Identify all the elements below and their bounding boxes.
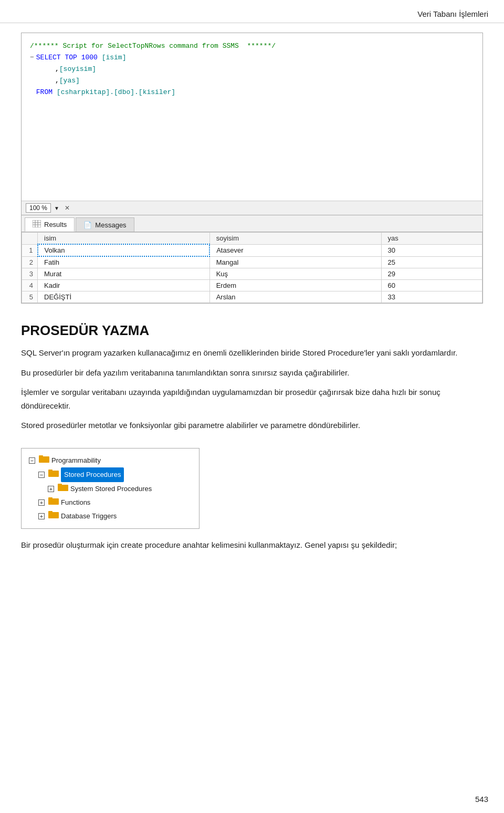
cell-soyisim-3: Kuş bbox=[209, 268, 381, 280]
tab-messages-label: Messages bbox=[95, 221, 126, 229]
folder-icon-functions bbox=[48, 496, 59, 509]
row-num-3: 3 bbox=[22, 268, 38, 280]
sql-table-ref: [csharpkitap].[dbo].[kisiler] bbox=[57, 87, 175, 98]
page-header: Veri Tabanı İşlemleri bbox=[0, 0, 504, 23]
tab-messages[interactable]: 📄 Messages bbox=[76, 217, 134, 232]
folder-system-sp bbox=[58, 482, 68, 496]
sql-line-4: , [yas] bbox=[30, 75, 474, 87]
folder-functions bbox=[48, 496, 59, 509]
tree-label-triggers: Database Triggers bbox=[61, 509, 117, 523]
cell-yas-1: 30 bbox=[381, 244, 482, 256]
sql-editor: /****** Script for SelectTopNRows comman… bbox=[21, 33, 483, 304]
cell-isim-1: Volkan bbox=[38, 244, 210, 256]
col-soyisim: soyisim bbox=[209, 233, 381, 245]
results-grid-icon bbox=[33, 220, 41, 229]
table-header-row: isim soyisim yas bbox=[22, 233, 482, 245]
tree-label-stored-procedures: Stored Procedures bbox=[61, 467, 124, 482]
page-title: Veri Tabanı İşlemleri bbox=[417, 9, 488, 18]
svg-rect-14 bbox=[48, 511, 52, 513]
sql-line-1: /****** Script for SelectTopNRows comman… bbox=[30, 40, 474, 52]
body-paragraph-5: Bir prosedür oluşturmak için create proc… bbox=[21, 538, 483, 552]
sql-line-3: , [soyisim] bbox=[30, 64, 474, 75]
tree-label-functions: Functions bbox=[61, 496, 90, 509]
col-rownum bbox=[22, 233, 38, 245]
tree-item-system-sp[interactable]: + System Stored Procedures bbox=[29, 482, 192, 496]
sql-comment: /****** Script for SelectTopNRows comman… bbox=[30, 40, 276, 52]
table-row: 1 Volkan Atasever 30 bbox=[22, 244, 482, 256]
svg-rect-6 bbox=[39, 455, 43, 457]
tab-results[interactable]: Results bbox=[25, 217, 75, 232]
table-row: 3 Murat Kuş 29 bbox=[22, 268, 482, 280]
zoom-close-icon: ✕ bbox=[65, 204, 70, 212]
tree-item-programmability[interactable]: − Programmability bbox=[29, 454, 192, 467]
row-num-1: 1 bbox=[22, 244, 38, 256]
cell-yas-2: 25 bbox=[381, 256, 482, 268]
tabs-bar: Results 📄 Messages bbox=[22, 215, 482, 232]
sql-field-isim: [isim] bbox=[102, 52, 127, 64]
cell-yas-5: 33 bbox=[381, 291, 482, 303]
body-paragraph-4: Stored prosedürler metotlar ve fonksiyon… bbox=[21, 419, 483, 432]
cell-soyisim-2: Mangal bbox=[209, 256, 381, 268]
cell-isim-2: Fatih bbox=[38, 256, 210, 268]
row-num-2: 2 bbox=[22, 256, 38, 268]
sql-code-area: /****** Script for SelectTopNRows comman… bbox=[22, 33, 482, 201]
folder-triggers bbox=[48, 509, 59, 523]
svg-rect-0 bbox=[33, 220, 41, 227]
expand-plus-icon-func[interactable]: + bbox=[38, 499, 45, 506]
cell-isim-4: Kadir bbox=[38, 280, 210, 291]
messages-doc-icon: 📄 bbox=[83, 221, 92, 229]
cell-yas-3: 29 bbox=[381, 268, 482, 280]
sql-keyword-select: SELECT TOP 1000 bbox=[36, 52, 102, 64]
folder-icon-programmability bbox=[39, 454, 49, 467]
cell-soyisim-1: Atasever bbox=[209, 244, 381, 256]
folder-programmability bbox=[39, 454, 49, 467]
row-num-4: 4 bbox=[22, 280, 38, 291]
body-paragraph-1: SQL Server'ın program yazarken kullanaca… bbox=[21, 346, 483, 360]
zoom-bar: 100 % ▼ ✕ bbox=[22, 201, 482, 215]
sql-line-5: − FROM [csharpkitap].[dbo].[kisiler] bbox=[30, 87, 474, 98]
main-content: /****** Script for SelectTopNRows comman… bbox=[0, 33, 504, 579]
results-table-container: isim soyisim yas 1 Volkan Atasever 30 2 … bbox=[22, 232, 482, 303]
folder-icon-ssp bbox=[58, 482, 68, 496]
sql-comma-2: , bbox=[55, 75, 59, 87]
cell-soyisim-5: Arslan bbox=[209, 291, 381, 303]
tree-item-functions[interactable]: + Functions bbox=[29, 496, 192, 509]
tree-label-programmability: Programmability bbox=[51, 454, 101, 467]
body-paragraph-2: Bu prosedürler bir defa yazılım veritaba… bbox=[21, 366, 483, 380]
folder-icon-sp bbox=[48, 468, 59, 482]
cell-isim-3: Murat bbox=[38, 268, 210, 280]
svg-rect-8 bbox=[48, 470, 52, 472]
svg-rect-10 bbox=[58, 484, 62, 486]
page-number: 543 bbox=[475, 795, 488, 804]
row-num-5: 5 bbox=[22, 291, 38, 303]
cell-yas-4: 60 bbox=[381, 280, 482, 291]
col-isim: isim bbox=[38, 233, 210, 245]
sql-line-2: − SELECT TOP 1000 [isim] bbox=[30, 52, 474, 64]
section-heading: PROSEDÜR YAZMA bbox=[21, 322, 483, 339]
page-footer: 543 bbox=[475, 795, 488, 804]
cell-soyisim-4: Erdem bbox=[209, 280, 381, 291]
tree-item-triggers[interactable]: + Database Triggers bbox=[29, 509, 192, 523]
expand-minus-icon[interactable]: − bbox=[29, 457, 35, 464]
expand-plus-icon-ssp[interactable]: + bbox=[48, 486, 54, 492]
tree-item-stored-procedures[interactable]: − Stored Procedures bbox=[29, 467, 192, 482]
col-yas: yas bbox=[381, 233, 482, 245]
tree-view: − Programmability − bbox=[21, 448, 200, 529]
zoom-arrow-icon: ▼ bbox=[54, 205, 59, 211]
sql-comma-1: , bbox=[55, 64, 59, 75]
tree-label-system-sp: System Stored Procedures bbox=[70, 482, 152, 496]
tab-results-label: Results bbox=[44, 221, 67, 228]
sql-field-soyisim: [soyisim] bbox=[59, 64, 96, 75]
sql-keyword-from: FROM bbox=[36, 87, 57, 98]
expand-plus-icon-trig[interactable]: + bbox=[38, 513, 45, 519]
table-row: 5 DEĞİŞTİ Arslan 33 bbox=[22, 291, 482, 303]
collapse-icon: − bbox=[30, 52, 34, 64]
body-paragraph-3: İşlemler ve sorgular veritabanı uzayında… bbox=[21, 385, 483, 412]
expand-minus-icon-sp[interactable]: − bbox=[38, 472, 45, 478]
svg-rect-12 bbox=[48, 497, 52, 499]
results-table: isim soyisim yas 1 Volkan Atasever 30 2 … bbox=[22, 232, 482, 303]
cell-isim-5: DEĞİŞTİ bbox=[38, 291, 210, 303]
sql-field-yas: [yas] bbox=[59, 75, 80, 87]
zoom-dropdown[interactable]: 100 % bbox=[26, 203, 51, 213]
table-row: 2 Fatih Mangal 25 bbox=[22, 256, 482, 268]
